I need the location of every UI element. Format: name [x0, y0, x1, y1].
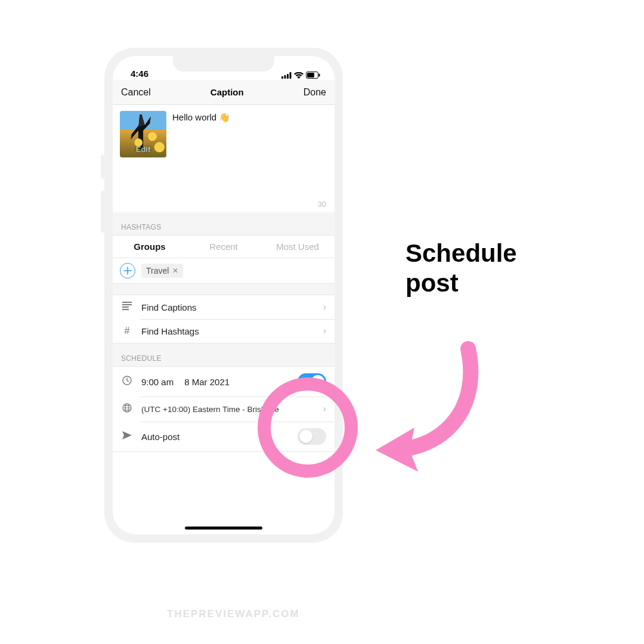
hashtags-section: HASHTAGS Groups Recent Most Used Travel … — [113, 212, 335, 284]
annotation-line1: Schedule — [405, 239, 517, 268]
tab-most-used[interactable]: Most Used — [261, 236, 335, 258]
status-icons — [281, 72, 320, 79]
svg-rect-0 — [281, 76, 283, 79]
tab-groups[interactable]: Groups — [113, 236, 187, 258]
svg-rect-3 — [290, 72, 292, 79]
battery-icon — [306, 72, 320, 79]
timezone-label: (UTC +10:00) Eastern Time - Brisbane — [141, 405, 279, 414]
wifi-icon — [294, 72, 304, 79]
hashtag-tabs: Groups Recent Most Used — [113, 235, 335, 258]
nav-title: Caption — [210, 87, 244, 97]
globe-icon — [121, 403, 133, 415]
phone-notch — [173, 56, 274, 72]
autopost-label: Auto-post — [141, 432, 179, 442]
cancel-button[interactable]: Cancel — [121, 87, 151, 98]
svg-rect-6 — [319, 74, 320, 77]
remove-chip-icon[interactable]: ✕ — [172, 267, 178, 275]
chevron-right-icon: › — [323, 302, 326, 312]
annotation-line2: post — [405, 268, 517, 298]
signal-icon — [281, 72, 292, 79]
watermark: THEPREVIEWAPP.COM — [167, 608, 300, 620]
schedule-date: 8 Mar 2021 — [184, 377, 230, 387]
svg-rect-5 — [307, 73, 314, 78]
send-icon — [121, 431, 133, 442]
schedule-label: SCHEDULE — [113, 343, 335, 366]
hashtag-chip-label: Travel — [146, 266, 169, 275]
chevron-right-icon: › — [323, 326, 326, 336]
find-captions-row[interactable]: Find Captions › — [113, 295, 335, 319]
clock-icon — [121, 376, 133, 388]
status-time: 4:46 — [131, 69, 148, 79]
thumbnail-edit-label: Edit — [120, 145, 166, 154]
find-captions-label: Find Captions — [141, 302, 197, 312]
tools-section: Find Captions › # Find Hashtags › — [113, 284, 335, 343]
svg-rect-2 — [287, 74, 289, 79]
nav-bar: Cancel Caption Done — [113, 80, 335, 105]
hashtag-chip-travel[interactable]: Travel ✕ — [141, 264, 183, 278]
find-hashtags-label: Find Hashtags — [141, 326, 199, 336]
caption-area: Edit Hello world 👋 30 — [113, 105, 335, 212]
done-button[interactable]: Done — [304, 87, 326, 98]
hashtag-group-row: Travel ✕ — [113, 258, 335, 284]
home-indicator — [185, 527, 262, 530]
svg-rect-1 — [284, 75, 286, 79]
caption-input[interactable]: Hello world 👋 — [172, 111, 230, 212]
captions-icon — [121, 302, 133, 312]
hashtags-label: HASHTAGS — [113, 212, 335, 235]
add-hashtag-group-button[interactable] — [120, 263, 135, 278]
tab-recent[interactable]: Recent — [187, 236, 261, 258]
schedule-time: 9:00 am — [141, 377, 174, 387]
annotation-text: Schedule post — [405, 239, 517, 299]
annotation-circle — [258, 377, 358, 478]
post-thumbnail[interactable]: Edit — [120, 111, 166, 157]
plus-icon — [123, 267, 132, 275]
find-hashtags-row[interactable]: # Find Hashtags › — [113, 319, 335, 343]
hashtag-icon: # — [121, 326, 133, 336]
hashtag-counter: 30 — [318, 200, 326, 209]
annotation-arrow-icon — [361, 337, 498, 474]
